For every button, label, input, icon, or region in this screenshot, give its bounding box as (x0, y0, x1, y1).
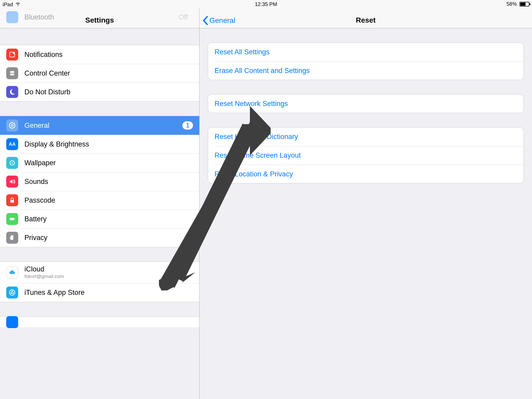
sidebar-item-itunes[interactable]: iTunes & App Store (0, 283, 199, 302)
svg-point-18 (10, 162, 11, 163)
status-right: 58% (507, 1, 529, 7)
sidebar-item-display[interactable]: AA Display & Brightness (0, 135, 199, 154)
svg-point-23 (13, 161, 14, 162)
reset-keyboard-dictionary[interactable]: Reset Keyboard Dictionary (208, 127, 524, 146)
display-icon: AA (6, 138, 18, 150)
label: iTunes & App Store (24, 289, 85, 297)
sidebar-item-general[interactable]: General 1 (0, 116, 199, 135)
cloud-icon (6, 267, 18, 278)
svg-point-22 (10, 164, 11, 165)
battery-icon (520, 2, 529, 6)
sidebar-scroll[interactable]: Notifications Control Center Do Not Dist… (0, 28, 199, 399)
sidebar-item-wallpaper[interactable]: Wallpaper (0, 154, 199, 172)
reset-location-privacy[interactable]: Reset Location & Privacy (208, 165, 524, 183)
sounds-icon (6, 176, 18, 188)
label: Reset Network Settings (215, 100, 288, 108)
appstore-icon (6, 287, 18, 298)
detail-scroll[interactable]: Reset All Settings Erase All Content and… (200, 28, 532, 399)
control-center-icon (6, 67, 18, 79)
label: Reset Home Screen Layout (215, 151, 301, 159)
hand-icon (6, 232, 18, 244)
status-time: 12:35 PM (255, 1, 277, 7)
label: General (24, 122, 49, 130)
svg-rect-3 (10, 74, 14, 75)
svg-point-15 (12, 162, 13, 164)
status-left: iPad (3, 1, 21, 8)
svg-rect-24 (10, 200, 14, 203)
notifications-icon (6, 49, 18, 61)
detail-title: Reset (356, 16, 376, 24)
back-label: General (209, 16, 235, 25)
label: Sounds (24, 178, 48, 186)
wifi-icon (15, 1, 21, 8)
reset-network-settings[interactable]: Reset Network Settings (208, 94, 524, 113)
label: Battery (24, 215, 47, 223)
sidebar-item-passcode[interactable]: Passcode (0, 191, 199, 210)
device-label: iPad (3, 2, 13, 8)
label: Control Center (24, 69, 70, 77)
wallpaper-icon (6, 157, 18, 169)
label: Do Not Disturb (24, 88, 70, 96)
detail-pane: General Reset Reset All Settings Erase A… (200, 0, 532, 399)
status-bar: iPad 12:35 PM 58% (0, 0, 532, 8)
sidebar-item-battery[interactable]: Battery (0, 210, 199, 228)
label: Erase All Content and Settings (215, 67, 310, 75)
chevron-left-icon (203, 16, 208, 25)
svg-rect-25 (10, 218, 14, 220)
svg-point-20 (10, 161, 11, 162)
icloud-account: fskurt@gmail.com (24, 274, 64, 280)
label: Passcode (24, 196, 55, 204)
erase-all-content[interactable]: Erase All Content and Settings (208, 61, 524, 80)
label: Reset Keyboard Dictionary (215, 133, 298, 141)
label: Wallpaper (24, 159, 56, 167)
moon-icon (6, 86, 18, 98)
label: Display & Brightness (24, 140, 89, 148)
sidebar-item-dnd[interactable]: Do Not Disturb (0, 83, 199, 101)
svg-rect-26 (14, 218, 15, 220)
sidebar-item-sounds[interactable]: Sounds (0, 172, 199, 191)
general-badge: 1 (182, 121, 193, 130)
back-button[interactable]: General (203, 16, 235, 25)
svg-point-5 (11, 124, 13, 126)
svg-point-1 (13, 52, 15, 54)
sidebar-item-icloud[interactable]: iCloud fskurt@gmail.com (0, 262, 199, 283)
label: iCloud (24, 265, 64, 273)
sidebar-item-notifications[interactable]: Notifications (0, 45, 199, 64)
svg-point-16 (12, 161, 12, 161)
svg-rect-2 (10, 71, 14, 73)
settings-sidebar: Settings Wi-Fi superhero Bluetooth Off N… (0, 0, 200, 399)
battery-setting-icon (6, 213, 18, 225)
reset-all-settings[interactable]: Reset All Settings (208, 43, 524, 61)
peek-bt-value: Off (178, 13, 193, 21)
sidebar-item-privacy[interactable]: Privacy (0, 228, 199, 247)
battery-pct: 58% (507, 1, 517, 7)
peek-bt-label: Bluetooth (24, 13, 54, 21)
gear-icon (6, 119, 18, 131)
lock-icon (6, 194, 18, 206)
label: Notifications (24, 51, 63, 59)
sidebar-item-partial[interactable] (0, 316, 199, 327)
svg-point-21 (13, 164, 14, 165)
label: Reset All Settings (215, 48, 270, 56)
reset-home-layout[interactable]: Reset Home Screen Layout (208, 146, 524, 165)
svg-point-19 (14, 162, 15, 163)
svg-point-17 (12, 164, 12, 165)
label: Privacy (24, 234, 48, 242)
label: Reset Location & Privacy (215, 170, 293, 178)
sidebar-item-control-center[interactable]: Control Center (0, 64, 199, 83)
